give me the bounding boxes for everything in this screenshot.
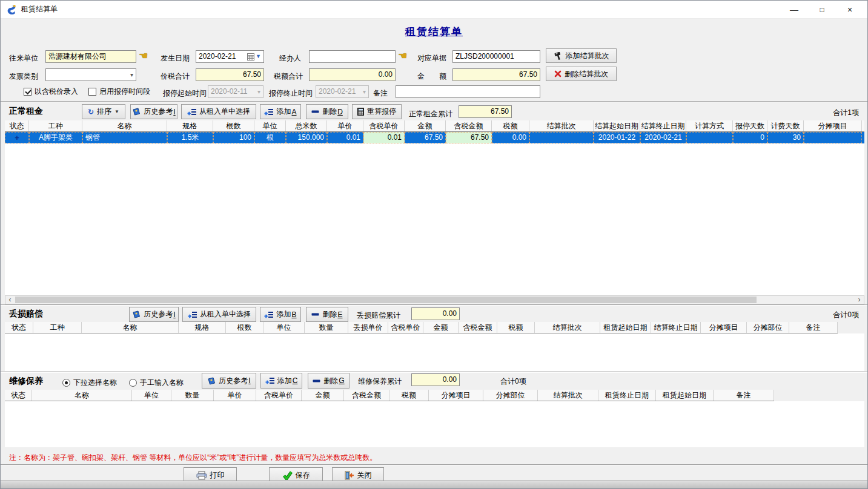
column-header[interactable]: 备注 <box>714 390 774 401</box>
partner-input[interactable]: 浩源建材有限公司 <box>45 50 136 63</box>
cell[interactable]: 钢管 <box>82 132 167 143</box>
column-header[interactable]: 分摊部位 <box>483 390 538 401</box>
cell[interactable]: A脚手架类 <box>29 132 82 143</box>
column-header[interactable]: 数量 <box>171 390 214 401</box>
column-header[interactable]: 单价 <box>214 390 256 401</box>
handler-input[interactable] <box>309 50 396 63</box>
column-header[interactable]: 单位 <box>263 322 305 333</box>
cell[interactable]: 67.50 <box>405 132 446 143</box>
rent-hscrollbar[interactable]: ‹ › <box>5 295 864 304</box>
column-header[interactable]: 状态 <box>5 322 33 333</box>
column-header[interactable]: 税额 <box>492 120 529 131</box>
recalc-pause-button[interactable]: 重算报停 <box>352 104 402 119</box>
amount-input[interactable]: 67.50 <box>452 68 540 81</box>
delete-batch-button[interactable]: 删除结算批次 <box>546 67 617 81</box>
column-header[interactable]: 金额 <box>405 120 446 131</box>
column-header[interactable]: 状态 <box>5 390 32 401</box>
maint-history-button[interactable]: 历史参考I <box>202 373 256 389</box>
cell[interactable]: 2020-02-21 <box>640 132 686 143</box>
cell[interactable]: 0.00 <box>492 132 529 143</box>
column-header[interactable]: 状态 <box>5 120 29 131</box>
column-header[interactable]: 总米数 <box>286 120 327 131</box>
column-header[interactable]: 分摊项目 <box>429 390 483 401</box>
date-dropdown-icon[interactable]: ▼ <box>256 51 261 62</box>
minimize-button[interactable]: — <box>780 1 808 18</box>
column-header[interactable]: 含税单价 <box>388 322 423 333</box>
column-header[interactable]: 报停天数 <box>733 120 767 131</box>
cell[interactable]: 100 <box>213 132 254 143</box>
column-header[interactable]: 分摊项目 <box>701 322 747 333</box>
tax-total-input[interactable]: 0.00 <box>309 68 396 81</box>
column-header[interactable]: 数量 <box>305 322 348 333</box>
invoice-type-select[interactable]: ▾ <box>45 68 136 81</box>
column-header[interactable]: 结算起始日期 <box>594 120 640 131</box>
hand-picker-icon[interactable]: ☚ <box>398 50 407 62</box>
maint-name-manual-radio[interactable]: 手工输入名称 <box>129 377 184 388</box>
loss-pick-from-rental-button[interactable]: 从租入单中选择 <box>182 307 256 322</box>
column-header[interactable]: 工种 <box>29 120 82 131</box>
column-header[interactable]: 丢损单价 <box>348 322 388 333</box>
sum-with-tax-input[interactable]: 67.50 <box>196 68 264 81</box>
column-header[interactable]: 含税金额 <box>459 322 497 333</box>
doc-no-input[interactable]: ZLJSD200000001 <box>452 50 540 63</box>
column-header[interactable]: 结算批次 <box>529 120 594 131</box>
rent-pick-from-rental-button[interactable]: 从租入单中选择 <box>181 104 256 119</box>
column-header[interactable]: 规格 <box>167 120 213 131</box>
maint-delete-button[interactable]: 删除G <box>308 373 350 389</box>
scroll-right-icon[interactable]: › <box>855 296 864 304</box>
column-header[interactable]: 单位 <box>254 120 286 131</box>
add-batch-button[interactable]: 添加结算批次 <box>546 48 617 63</box>
cell[interactable]: 30 <box>767 132 804 143</box>
column-header[interactable]: 分摊部位 <box>747 322 789 333</box>
column-header[interactable]: 金额 <box>423 322 459 333</box>
close-button[interactable]: × <box>836 1 864 18</box>
column-header[interactable]: 名称 <box>32 390 132 401</box>
column-header[interactable]: 租赁起始日期 <box>656 390 714 401</box>
rent-total-input[interactable]: 67.50 <box>459 105 512 118</box>
column-header[interactable]: 结算终止日期 <box>651 322 701 333</box>
hand-picker-icon[interactable]: ☚ <box>139 50 148 62</box>
date-input[interactable]: 2020-02-21 ▼ <box>196 50 264 63</box>
loss-delete-button[interactable]: 删除E <box>306 307 348 322</box>
maximize-button[interactable]: □ <box>808 1 836 18</box>
cell[interactable] <box>686 132 733 143</box>
column-header[interactable]: 结算批次 <box>535 322 600 333</box>
column-header[interactable]: 税额 <box>497 322 535 333</box>
column-header[interactable]: 根数 <box>226 322 263 333</box>
column-header[interactable]: 结算终止日期 <box>640 120 686 131</box>
scroll-left-icon[interactable]: ‹ <box>5 296 15 304</box>
column-header[interactable]: 含税金额 <box>344 390 389 401</box>
column-header[interactable]: 金额 <box>302 390 344 401</box>
cell[interactable]: 0.01 <box>327 132 363 143</box>
table-row[interactable]: +A脚手架类钢管1.5米100根150.0000.010.0167.5067.5… <box>5 132 864 143</box>
cell[interactable]: 2020-01-22 <box>594 132 640 143</box>
rent-add-button[interactable]: 添加A <box>260 104 301 119</box>
loss-history-button[interactable]: 历史参考I <box>129 307 179 322</box>
column-header[interactable]: 备注 <box>789 322 838 333</box>
column-header[interactable]: 计算方式 <box>686 120 733 131</box>
cell[interactable]: 150.000 <box>286 132 327 143</box>
column-header[interactable]: 规格 <box>179 322 226 333</box>
column-header[interactable]: 租赁起始日期 <box>600 322 651 333</box>
cell[interactable]: 0.01 <box>363 132 405 143</box>
column-header[interactable]: 计费天数 <box>767 120 804 131</box>
column-header[interactable]: 名称 <box>82 120 167 131</box>
cell[interactable] <box>529 132 594 143</box>
maint-name-dropdown-radio[interactable]: 下拉选择名称 <box>62 377 117 388</box>
sort-button[interactable]: ↻ 排序 ▼ <box>82 104 125 119</box>
rent-delete-button[interactable]: 删除D <box>306 104 348 119</box>
column-header[interactable]: 结算批次 <box>538 390 598 401</box>
column-header[interactable]: 含税金额 <box>446 120 492 131</box>
column-header[interactable]: 工种 <box>33 322 82 333</box>
column-header[interactable]: 租赁终止日期 <box>598 390 656 401</box>
column-header[interactable]: 分摊项目 <box>804 120 862 131</box>
column-header[interactable]: 税额 <box>389 390 429 401</box>
maint-total-input[interactable]: 0.00 <box>411 373 460 386</box>
cell[interactable]: 0 <box>733 132 767 143</box>
cell[interactable] <box>804 132 862 143</box>
calendar-icon[interactable] <box>247 53 254 61</box>
loss-add-button[interactable]: 添加B <box>260 307 301 322</box>
cell[interactable]: 1.5米 <box>167 132 213 143</box>
column-header[interactable]: 单位 <box>132 390 171 401</box>
pause-period-checkbox[interactable]: 启用报停时间段 <box>88 86 150 97</box>
